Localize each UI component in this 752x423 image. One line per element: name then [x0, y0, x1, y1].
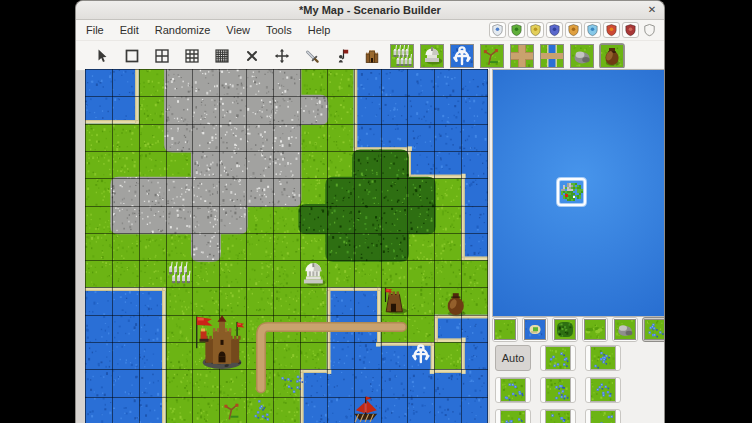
hero-icon	[334, 48, 350, 64]
menu-randomize[interactable]: Randomize	[147, 21, 219, 39]
tile-army-icon	[390, 44, 414, 68]
road-tool[interactable]	[509, 43, 535, 69]
square1-icon	[124, 48, 140, 64]
brush-single-tool[interactable]	[119, 43, 145, 69]
side-panel: Auto	[489, 68, 665, 423]
tile-obelisk-icon	[420, 44, 444, 68]
scenario-builder-window: *My Map - Scenario Builder ✕ FileEditRan…	[75, 0, 665, 423]
menu-view[interactable]: View	[218, 21, 258, 39]
map-canvas[interactable]	[85, 69, 488, 423]
window-close-button[interactable]: ✕	[645, 3, 659, 16]
terrain-bushes-button[interactable]	[582, 317, 608, 342]
erase-tool[interactable]	[239, 43, 265, 69]
window-titlebar[interactable]: *My Map - Scenario Builder ✕	[76, 1, 664, 20]
flower-tile-variant-6[interactable]	[495, 409, 531, 423]
bushes-tile-icon	[584, 319, 606, 340]
army-object-tool[interactable]	[389, 43, 415, 69]
pouch-object-tool[interactable]	[599, 43, 625, 69]
menu-bar: FileEditRandomizeViewToolsHelp	[76, 20, 664, 41]
flowers-tile-icon	[644, 319, 665, 340]
flower-tile-variant-1[interactable]	[540, 345, 576, 371]
window-content: Auto	[76, 68, 664, 423]
rocks-tile-icon	[614, 319, 636, 340]
plant-object-tool[interactable]	[479, 43, 505, 69]
sword-icon	[304, 48, 320, 64]
menu-file[interactable]: File	[78, 21, 112, 39]
castle-tool[interactable]	[359, 43, 385, 69]
tile-anchor-icon	[450, 44, 474, 68]
menu-edit[interactable]: Edit	[112, 21, 147, 39]
auto-tile-button[interactable]: Auto	[495, 345, 531, 371]
toolbar	[76, 41, 664, 71]
player-shield-red[interactable]	[603, 22, 620, 38]
player-shield-teal[interactable]	[584, 22, 601, 38]
player-shield-orange[interactable]	[565, 22, 582, 38]
shield-icon	[567, 23, 580, 37]
anchor-object-tool[interactable]	[449, 43, 475, 69]
terrain-rocks-button[interactable]	[612, 317, 638, 342]
terrain-water-button[interactable]	[522, 317, 548, 342]
player-shield-white[interactable]	[489, 22, 506, 38]
player-shield-blue[interactable]	[546, 22, 563, 38]
island-tile-icon	[524, 319, 546, 340]
flower-tile-variant-3[interactable]	[495, 377, 531, 403]
shield-icon	[605, 23, 618, 37]
flower-tile-variant-7[interactable]	[540, 409, 576, 423]
pointer-tool[interactable]	[89, 43, 115, 69]
terrain-flowers-button[interactable]	[642, 317, 665, 342]
cross-icon	[244, 48, 260, 64]
obelisk-object-tool[interactable]	[419, 43, 445, 69]
flower-tile-variant-5[interactable]	[585, 377, 621, 403]
shield-icon	[586, 23, 599, 37]
player-shield-yellow[interactable]	[527, 22, 544, 38]
brush-5x5-tool[interactable]	[209, 43, 235, 69]
rock-object-tool[interactable]	[569, 43, 595, 69]
flower-tile-icon	[545, 346, 571, 370]
grid3-icon	[184, 48, 200, 64]
flower-tile-variant-4[interactable]	[540, 377, 576, 403]
shield-icon	[624, 23, 637, 37]
brush-3x3-tool[interactable]	[179, 43, 205, 69]
bridge-tool[interactable]	[539, 43, 565, 69]
shield-icon	[548, 23, 561, 37]
shield-icon	[643, 23, 656, 37]
flower-tile-variant-8[interactable]	[585, 409, 621, 423]
hero-tool[interactable]	[329, 43, 355, 69]
grid5-icon	[214, 48, 230, 64]
tile-road-icon	[510, 44, 534, 68]
player-shields	[489, 22, 658, 38]
flower-tile-icon	[545, 378, 571, 402]
player-shield-green[interactable]	[508, 22, 525, 38]
brush-2x2-tool[interactable]	[149, 43, 175, 69]
flower-tile-icon	[590, 378, 616, 402]
menu-tools[interactable]: Tools	[258, 21, 300, 39]
terrain-category-row	[492, 317, 665, 343]
tile-pouch-icon	[600, 44, 624, 68]
flower-tile-icon	[500, 378, 526, 402]
forest-tile-icon	[554, 319, 576, 340]
grass-tile-icon	[494, 319, 516, 340]
grid2-icon	[154, 48, 170, 64]
player-shield-none[interactable]	[641, 22, 658, 38]
flower-tile-icon	[545, 410, 571, 423]
tile-bridge-icon	[540, 44, 564, 68]
minimap-canvas[interactable]	[492, 69, 665, 317]
flower-tile-icon	[590, 346, 616, 370]
terrain-forest-button[interactable]	[552, 317, 578, 342]
shield-icon	[529, 23, 542, 37]
window-title: *My Map - Scenario Builder	[299, 4, 441, 16]
pan-tool[interactable]	[269, 43, 295, 69]
tile-rock-icon	[570, 44, 594, 68]
flower-tile-variant-2[interactable]	[585, 345, 621, 371]
tile-variant-grid: Auto	[495, 345, 664, 423]
terrain-grass-button[interactable]	[492, 317, 518, 342]
tile-plant-icon	[480, 44, 504, 68]
move-icon	[274, 48, 290, 64]
player-shield-crimson[interactable]	[622, 22, 639, 38]
castle-icon	[364, 48, 380, 64]
menu-help[interactable]: Help	[300, 21, 339, 39]
battle-tool[interactable]	[299, 43, 325, 69]
shield-icon	[510, 23, 523, 37]
menu-items: FileEditRandomizeViewToolsHelp	[78, 21, 338, 39]
shield-icon	[491, 23, 504, 37]
